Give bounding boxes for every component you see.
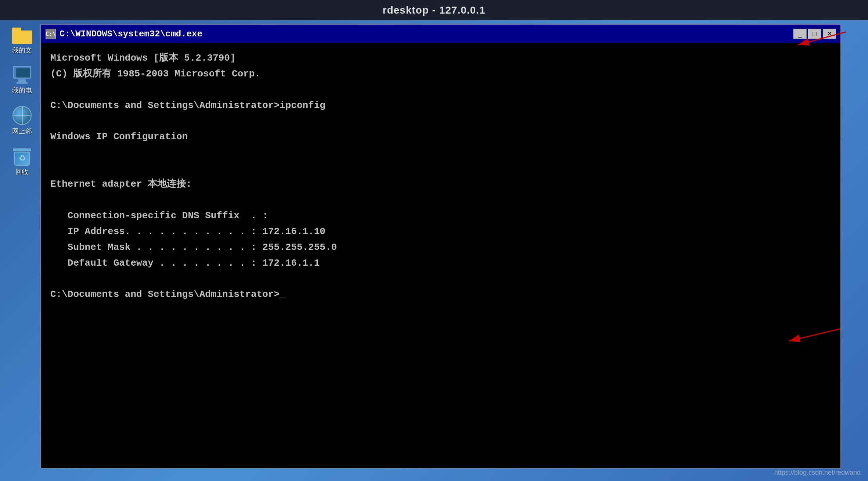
- folder-icon: [12, 28, 32, 44]
- recycle-symbol: ♻: [19, 154, 26, 163]
- cmd-window: C:\ C:\WINDOWS\system32\cmd.exe _ □ ✕ Mi…: [40, 24, 841, 469]
- monitor-body: [13, 66, 31, 79]
- bin-body: ♻: [14, 152, 30, 166]
- globe-icon: [12, 106, 32, 125]
- svg-line-1: [798, 32, 846, 45]
- ip-arrow: [694, 323, 848, 349]
- top-bar-title: rdesktop - 127.0.0.1: [383, 4, 486, 16]
- monitor-base: [17, 82, 28, 84]
- watermark: https://blog.csdn.net/redwand: [774, 469, 861, 477]
- monitor-screen: [16, 68, 30, 78]
- top-bar: rdesktop - 127.0.0.1: [0, 0, 868, 20]
- title-arrow: [670, 25, 853, 54]
- my-computer-label: 我的电: [12, 86, 32, 95]
- cmd-output: Microsoft Windows [版本 5.2.3790] (C) 版权所有…: [50, 50, 831, 302]
- network-label: 网上邻: [12, 127, 32, 136]
- svg-line-3: [789, 329, 840, 341]
- desktop: 我的文 我的电 网上邻 ♻ 回收: [0, 20, 868, 481]
- recycle-bin-label: 回收: [15, 168, 29, 176]
- computer-icon: [12, 66, 32, 84]
- recycle-icon: ♻: [13, 147, 31, 166]
- cmd-icon: C:\: [46, 29, 56, 39]
- monitor-stand: [18, 79, 26, 82]
- network-icon[interactable]: 网上邻: [12, 106, 32, 136]
- my-documents-label: 我的文: [12, 46, 32, 55]
- desktop-icons: 我的文 我的电 网上邻 ♻ 回收: [0, 20, 44, 481]
- my-documents-icon[interactable]: 我的文: [12, 28, 32, 55]
- bin-lid: [13, 148, 31, 151]
- recycle-bin-icon[interactable]: ♻ 回收: [13, 147, 31, 176]
- my-computer-icon[interactable]: 我的电: [12, 66, 32, 95]
- cmd-body[interactable]: Microsoft Windows [版本 5.2.3790] (C) 版权所有…: [41, 43, 840, 468]
